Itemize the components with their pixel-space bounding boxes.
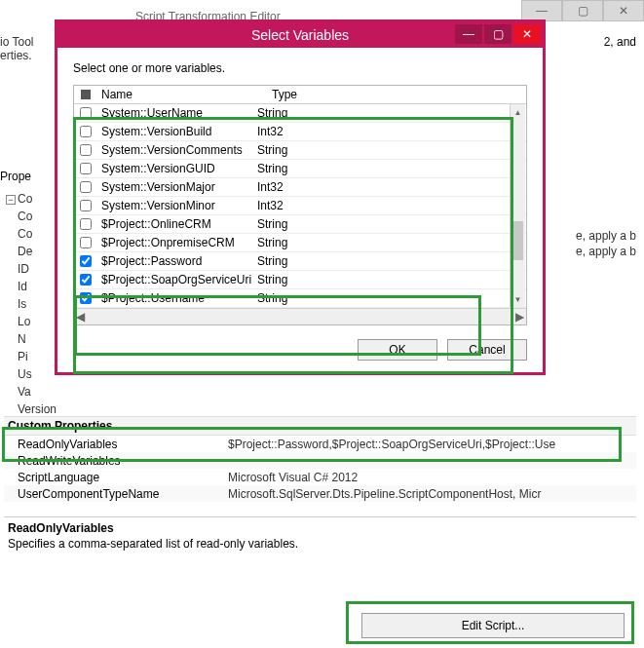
variable-type: String: [253, 106, 526, 120]
minus-icon: −: [6, 195, 16, 205]
bw-minimize-button[interactable]: —: [521, 0, 562, 21]
property-name: ReadWriteVariables: [4, 454, 228, 468]
variable-type: String: [253, 143, 526, 157]
variable-row[interactable]: $Project::OnlineCRMString: [74, 215, 526, 234]
variable-name: System::UserName: [97, 106, 253, 120]
edit-script-button[interactable]: Edit Script...: [361, 613, 625, 638]
sidebar-item[interactable]: Co: [4, 225, 58, 243]
variable-name: System::VersionComments: [97, 143, 253, 157]
variable-name: $Project::OnpremiseCRM: [97, 236, 253, 249]
horizontal-scrollbar[interactable]: ◀ ▶: [74, 308, 526, 324]
variable-type: String: [253, 291, 526, 305]
variable-row[interactable]: System::VersionMinorInt32: [74, 197, 526, 215]
variable-checkbox[interactable]: [80, 200, 92, 211]
property-description: ReadOnlyVariables Specifies a comma-sepa…: [4, 516, 636, 554]
variable-name: System::VersionMajor: [97, 180, 253, 194]
bg-frag: 2, and: [604, 35, 636, 49]
property-name: ScriptLanguage: [4, 471, 228, 484]
variable-name: System::VersionBuild: [97, 125, 253, 138]
property-value: Microsoft.SqlServer.Dts.Pipeline.ScriptC…: [228, 487, 636, 501]
variable-row[interactable]: $Project::OnpremiseCRMString: [74, 234, 526, 252]
variable-checkbox[interactable]: [80, 126, 92, 137]
description-title: ReadOnlyVariables: [8, 521, 632, 535]
variable-type: Int32: [253, 180, 526, 194]
dialog-title: Select Variables: [251, 27, 349, 43]
variable-checkbox[interactable]: [80, 181, 92, 193]
variable-checkbox[interactable]: [80, 218, 92, 230]
select-variables-dialog: Select Variables — ▢ ✕ Select one or mor…: [55, 19, 546, 375]
variable-type: String: [253, 273, 526, 286]
variable-row[interactable]: $Project::PasswordString: [74, 252, 526, 271]
dialog-close-button[interactable]: ✕: [513, 24, 541, 44]
sidebar-item[interactable]: Id: [4, 278, 58, 295]
variable-checkbox[interactable]: [80, 237, 92, 248]
variable-name: System::VersionGUID: [97, 162, 253, 175]
sidebar-collapse[interactable]: −Co: [4, 190, 58, 208]
dialog-titlebar[interactable]: Select Variables — ▢ ✕: [57, 22, 543, 48]
property-value: $Project::Password,$Project::SoapOrgServ…: [228, 438, 636, 451]
properties-section-header: Custom Properties: [4, 416, 636, 436]
sidebar-item[interactable]: ID: [4, 260, 58, 278]
sidebar-item[interactable]: Va: [4, 383, 58, 400]
property-row[interactable]: ReadOnlyVariables$Project::Password,$Pro…: [4, 436, 636, 452]
variable-checkbox[interactable]: [80, 163, 92, 174]
scrollbar-thumb[interactable]: [512, 221, 523, 260]
variable-checkbox[interactable]: [80, 292, 92, 304]
variable-name: $Project::SoapOrgServiceUri: [97, 273, 253, 286]
variable-type: String: [253, 162, 526, 175]
variable-row[interactable]: System::VersionGUIDString: [74, 160, 526, 178]
sidebar-item[interactable]: Us: [4, 365, 58, 383]
variable-row[interactable]: System::VersionBuildInt32: [74, 123, 526, 141]
sidebar-item[interactable]: Is: [4, 295, 58, 313]
variable-row[interactable]: System::VersionMajorInt32: [74, 178, 526, 197]
property-row[interactable]: ScriptLanguageMicrosoft Visual C# 2012: [4, 469, 636, 485]
variable-row[interactable]: System::VersionCommentsString: [74, 141, 526, 160]
scroll-up-icon[interactable]: ▲: [511, 104, 525, 120]
variable-checkbox[interactable]: [80, 255, 92, 267]
sidebar-item[interactable]: Co: [4, 208, 58, 225]
variable-type: String: [253, 217, 526, 231]
ok-button[interactable]: OK: [358, 339, 437, 361]
variable-row[interactable]: $Project::SoapOrgServiceUriString: [74, 271, 526, 289]
property-name: ReadOnlyVariables: [4, 438, 228, 451]
variable-type: Int32: [253, 199, 526, 212]
variable-checkbox[interactable]: [80, 107, 92, 119]
variables-grid: Name Type System::UserNameStringSystem::…: [73, 85, 527, 325]
bw-close-button[interactable]: ✕: [603, 0, 644, 21]
variable-name: System::VersionMinor: [97, 199, 253, 212]
variable-type: String: [253, 236, 526, 249]
property-row[interactable]: ReadWriteVariables: [4, 452, 636, 469]
dialog-prompt: Select one or more variables.: [73, 61, 527, 75]
variable-type: Int32: [253, 125, 526, 138]
sidebar-item[interactable]: N: [4, 330, 58, 348]
select-all-checkbox[interactable]: [74, 90, 97, 99]
variable-row[interactable]: System::UserNameString: [74, 104, 526, 123]
dialog-maximize-button[interactable]: ▢: [484, 24, 511, 44]
sidebar-item[interactable]: Pi: [4, 348, 58, 365]
bg-frag: e, apply a b: [576, 229, 636, 245]
variable-name: $Project::OnlineCRM: [97, 217, 253, 231]
column-header-name[interactable]: Name: [97, 88, 268, 101]
scroll-down-icon[interactable]: ▼: [511, 291, 525, 307]
property-row[interactable]: UserComponentTypeNameMicrosoft.SqlServer…: [4, 485, 636, 502]
description-text: Specifies a comma-separated list of read…: [8, 537, 632, 551]
variable-row[interactable]: $Project::UsernameString: [74, 289, 526, 308]
dialog-minimize-button[interactable]: —: [455, 24, 482, 44]
variable-name: $Project::Password: [97, 254, 253, 268]
properties-label: Prope: [0, 170, 31, 183]
property-value: Microsoft Visual C# 2012: [228, 471, 636, 484]
column-header-type[interactable]: Type: [268, 88, 510, 101]
bg-frag: io Tool: [0, 35, 47, 49]
variable-checkbox[interactable]: [80, 274, 92, 286]
scroll-left-icon[interactable]: ◀: [76, 310, 85, 324]
scroll-right-icon[interactable]: ▶: [515, 310, 524, 324]
cancel-button[interactable]: Cancel: [447, 339, 527, 361]
variable-type: String: [253, 254, 526, 268]
sidebar-item[interactable]: Lo: [4, 313, 58, 330]
sidebar-item[interactable]: De: [4, 243, 58, 260]
bg-frag: e, apply a b: [576, 245, 636, 260]
vertical-scrollbar[interactable]: ▲ ▼: [510, 104, 525, 307]
variable-checkbox[interactable]: [80, 144, 92, 156]
property-name: UserComponentTypeName: [4, 487, 228, 501]
bw-maximize-button[interactable]: ▢: [562, 0, 603, 21]
